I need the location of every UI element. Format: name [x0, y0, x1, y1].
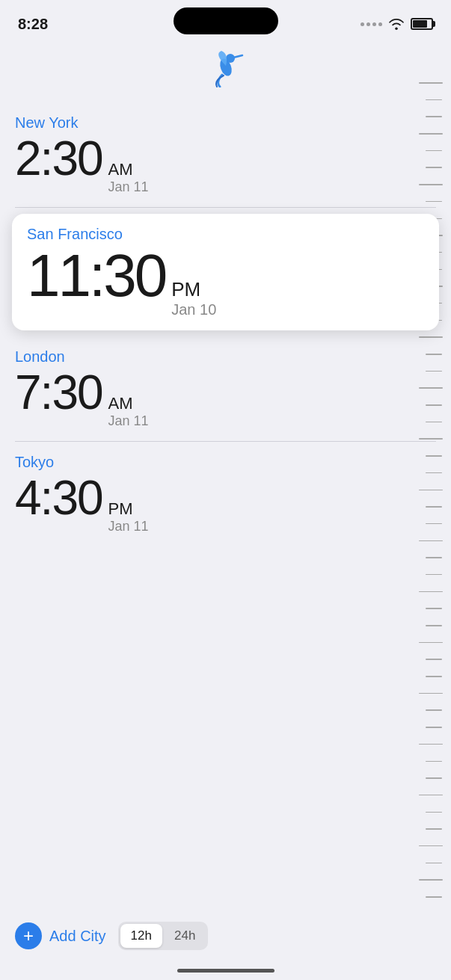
city-entry-new-york: New York 2:30 AM Jan 11 — [15, 102, 436, 208]
city-name-new-york: New York — [15, 114, 436, 132]
format-12h-button[interactable]: 12h — [120, 924, 162, 948]
add-city-button[interactable]: + Add City — [15, 922, 106, 949]
signal-icon — [361, 22, 382, 26]
ruler-tick — [426, 828, 442, 830]
city-ampm-date-new-york: AM Jan 11 — [108, 160, 149, 195]
ruler-tick — [426, 150, 442, 152]
plus-icon: + — [15, 922, 42, 949]
city-time-new-york: 2:30 — [15, 135, 102, 182]
home-indicator — [177, 969, 274, 973]
city-time-row-new-york: 2:30 AM Jan 11 — [15, 135, 436, 195]
content-area: New York 2:30 AM Jan 11 San Francisco 11… — [0, 102, 451, 546]
svg-line-2 — [233, 55, 242, 58]
city-date-new-york: Jan 11 — [108, 179, 149, 195]
city-date-london: Jan 11 — [108, 413, 149, 429]
ruler-tick — [426, 659, 442, 660]
ruler-tick — [419, 591, 443, 593]
ruler-tick — [426, 523, 442, 525]
status-icons — [361, 18, 433, 30]
hummingbird-icon — [207, 46, 245, 87]
city-ampm-new-york: AM — [108, 160, 149, 179]
city-time-row-london: 7:30 AM Jan 11 — [15, 369, 436, 429]
ruler-tick — [426, 167, 442, 168]
city-ampm-date-tokyo: PM Jan 11 — [108, 499, 149, 534]
city-ampm-date-london: AM Jan 11 — [108, 394, 149, 429]
ruler-tick — [419, 795, 443, 796]
ruler-tick — [426, 727, 442, 728]
ruler-tick — [419, 642, 443, 644]
city-time-tokyo: 4:30 — [15, 474, 102, 522]
ruler-tick — [426, 455, 442, 457]
ruler-tick — [426, 404, 442, 406]
status-time: 8:28 — [18, 16, 48, 33]
status-bar: 8:28 — [0, 0, 451, 39]
ruler-tick — [419, 540, 443, 542]
city-ampm-tokyo: PM — [108, 499, 149, 519]
city-name-london: London — [15, 348, 436, 366]
dynamic-island — [174, 7, 278, 34]
ruler-tick — [426, 812, 442, 813]
ruler-tick — [426, 777, 442, 779]
ruler-tick — [419, 133, 443, 135]
city-entry-san-francisco: San Francisco 11:30 PM Jan 10 — [12, 214, 439, 330]
ruler-tick — [426, 761, 442, 762]
ruler-tick — [426, 676, 442, 677]
app-header — [0, 39, 451, 102]
ruler-tick — [426, 354, 442, 355]
ruler-tick — [426, 709, 442, 711]
ruler-tick — [426, 557, 442, 558]
bottom-toolbar: + Add City 12h 24h — [0, 922, 410, 950]
format-24h-button[interactable]: 24h — [164, 924, 206, 948]
ruler-tick — [419, 387, 443, 389]
city-name-tokyo: Tokyo — [15, 454, 436, 471]
city-time-san-francisco: 11:30 — [27, 246, 165, 306]
city-ampm-london: AM — [108, 394, 149, 413]
ruler-tick — [419, 184, 443, 185]
city-entry-tokyo: Tokyo 4:30 PM Jan 11 — [15, 442, 436, 546]
ruler-tick — [419, 744, 443, 745]
ruler-tick — [426, 472, 442, 474]
add-city-label: Add City — [49, 928, 106, 945]
scroll-ruler — [410, 75, 451, 905]
ruler-tick — [426, 625, 442, 626]
city-time-row-tokyo: 4:30 PM Jan 11 — [15, 474, 436, 534]
ruler-tick — [419, 82, 443, 84]
city-ampm-san-francisco: PM — [171, 278, 216, 301]
city-date-san-francisco: Jan 10 — [171, 301, 216, 318]
time-format-toggle: 12h 24h — [118, 922, 209, 950]
ruler-tick — [419, 879, 443, 881]
ruler-tick — [426, 422, 442, 423]
ruler-tick — [426, 506, 442, 508]
wifi-icon — [388, 18, 405, 30]
ruler-tick — [426, 574, 442, 576]
ruler-tick — [426, 201, 442, 203]
ruler-tick — [419, 336, 443, 338]
ruler-tick — [426, 608, 442, 609]
city-time-row-san-francisco: 11:30 PM Jan 10 — [27, 246, 424, 318]
city-time-london: 7:30 — [15, 369, 102, 416]
battery-icon — [411, 18, 433, 30]
ruler-tick — [426, 863, 442, 864]
city-ampm-date-san-francisco: PM Jan 10 — [171, 278, 216, 318]
city-entry-london: London 7:30 AM Jan 11 — [15, 336, 436, 442]
ruler-tick — [426, 896, 442, 898]
ruler-tick — [426, 116, 442, 117]
ruler-tick — [419, 438, 443, 440]
ruler-tick — [419, 845, 443, 847]
ruler-tick — [426, 99, 442, 101]
ruler-tick — [426, 371, 442, 372]
city-date-tokyo: Jan 11 — [108, 519, 149, 534]
city-name-san-francisco: San Francisco — [27, 226, 424, 243]
ruler-tick — [419, 693, 443, 694]
ruler-tick — [419, 490, 443, 491]
